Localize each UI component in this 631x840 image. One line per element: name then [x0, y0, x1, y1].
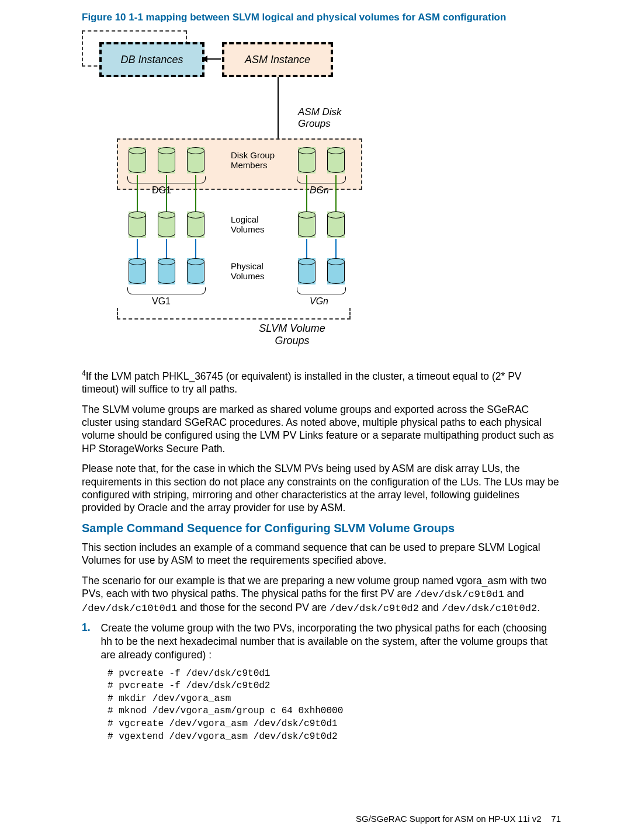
para-note: Please note that, for the case in which … [82, 462, 561, 515]
pv3 [187, 258, 204, 284]
dg1-label: DG1 [152, 185, 171, 196]
footnote-text: 4If the LVM patch PHKL_36745 (or equival… [82, 369, 561, 396]
dgn-disk1 [298, 147, 316, 173]
page-footer: SG/SGeRAC Support for ASM on HP-UX 11i v… [356, 814, 561, 824]
pv-arrow4 [306, 239, 307, 258]
footer-text: SG/SGeRAC Support for ASM on HP-UX 11i v… [356, 814, 542, 824]
footnote-marker: 4 [82, 369, 86, 377]
asm-instance-box: ASM Instance [222, 42, 333, 77]
pv-arrow5 [335, 239, 337, 258]
command-block: # pvcreate -f /dev/dsk/c9t0d1 # pvcreate… [108, 668, 561, 744]
line-asm-dg [278, 77, 279, 138]
pv4 [298, 258, 316, 284]
lv-arrow5 [335, 175, 337, 211]
footer-page: 71 [551, 814, 561, 824]
pv-arrow2 [166, 239, 167, 258]
vgn-brace [297, 287, 346, 294]
dg1-disk3 [187, 147, 204, 173]
step-1: 1. Create the volume group with the two … [82, 622, 561, 661]
asm-disk-groups-label: ASM Disk Groups [298, 106, 342, 130]
asm-diagram: DB Instances ASM Instance ASM Disk Group… [82, 30, 409, 357]
vgn-label: VGn [310, 296, 328, 307]
logical-volumes-label: Logical Volumes [231, 214, 265, 234]
step-1-number: 1. [82, 622, 98, 634]
pv2 [158, 258, 175, 284]
dgn-disk2 [327, 147, 345, 173]
lv-arrow2 [166, 175, 167, 211]
lv-arrow3 [195, 175, 196, 211]
para-intro: This section includes an example of a co… [82, 541, 561, 567]
lv1 [129, 211, 146, 238]
step-1-text: Create the volume group with the two PVs… [100, 622, 556, 661]
lv3 [187, 211, 204, 238]
lv5 [327, 211, 345, 238]
figure-caption: Figure 10 1-1 mapping between SLVM logic… [82, 12, 561, 23]
pv-arrow3 [195, 239, 196, 258]
para-slvm-groups: The SLVM volume groups are marked as sha… [82, 403, 561, 456]
pv-arrow1 [137, 239, 138, 258]
pv5 [327, 258, 345, 284]
slvm-volume-groups-label: SLVM Volume Groups [251, 322, 333, 347]
vg1-brace [127, 287, 206, 294]
physical-volumes-label: Physical Volumes [231, 261, 265, 281]
vg1-label: VG1 [152, 296, 171, 307]
dg1-disk1 [129, 147, 146, 173]
lv2 [158, 211, 175, 238]
lv-arrow1 [137, 175, 138, 211]
lv4 [298, 211, 316, 238]
dg1-disk2 [158, 147, 175, 173]
vg-group-box [117, 308, 351, 320]
lv-arrow4 [306, 175, 307, 211]
db-instances-box: DB Instances [99, 42, 204, 77]
arrow-db-asm [206, 58, 221, 60]
pv1 [129, 258, 146, 284]
section-heading: Sample Command Sequence for Configuring … [82, 522, 561, 535]
dgn-brace [297, 176, 346, 183]
dgn-label: DGn [310, 185, 329, 196]
para-scenario: The scenario for our example is that we … [82, 574, 561, 615]
disk-group-members-label: Disk Group Members [231, 150, 275, 170]
